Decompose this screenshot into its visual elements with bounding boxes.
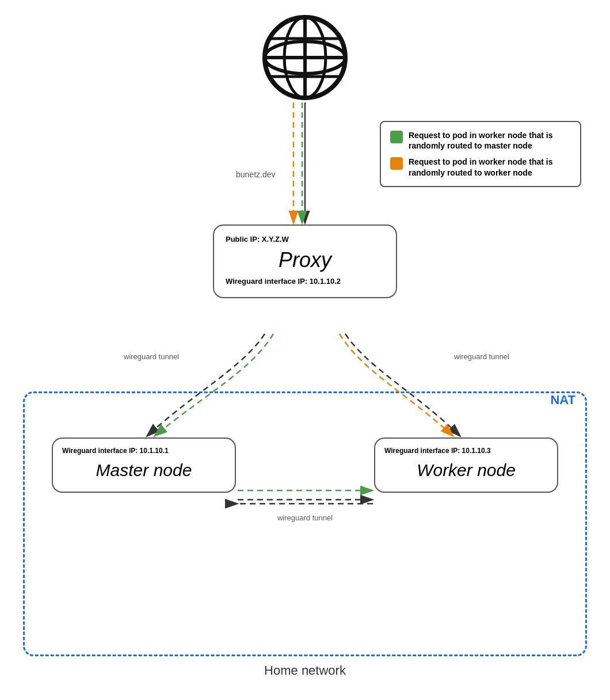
proxy-public-ip: Public IP: X.Y.Z.W <box>226 235 384 244</box>
nat-label: NAT <box>550 393 575 408</box>
bunetz-label: bunetz.dev <box>236 170 276 179</box>
master-title: Master node <box>62 461 226 480</box>
worker-node: Wireguard interface IP: 10.1.10.3 Worker… <box>374 438 558 493</box>
worker-title: Worker node <box>384 461 548 480</box>
proxy-title: Proxy <box>226 248 384 272</box>
legend-color-orange <box>390 157 403 170</box>
legend-text-green: Request to pod in worker node that is ra… <box>409 130 571 151</box>
wg-tunnel-label-middle: wireguard tunnel <box>277 513 333 522</box>
wg-tunnel-label-right: wireguard tunnel <box>454 352 509 361</box>
worker-wg-ip: Wireguard interface IP: 10.1.10.3 <box>384 447 548 455</box>
legend-box: Request to pod in worker node that is ra… <box>380 121 581 187</box>
legend-item-green: Request to pod in worker node that is ra… <box>390 130 571 151</box>
legend-text-orange: Request to pod in worker node that is ra… <box>409 157 571 177</box>
globe-icon <box>259 12 351 104</box>
home-network-label: Home network <box>264 663 346 678</box>
wg-tunnel-label-left: wireguard tunnel <box>124 352 179 361</box>
proxy-node: Public IP: X.Y.Z.W Proxy Wireguard inter… <box>213 225 397 298</box>
diagram-container: Request to pod in worker node that is ra… <box>0 0 610 700</box>
legend-color-green <box>390 131 403 143</box>
master-node: Wireguard interface IP: 10.1.10.1 Master… <box>52 438 236 493</box>
legend-item-orange: Request to pod in worker node that is ra… <box>390 157 571 177</box>
proxy-wg-ip: Wireguard interface IP: 10.1.10.2 <box>226 277 384 286</box>
nat-boundary <box>23 391 587 656</box>
master-wg-ip: Wireguard interface IP: 10.1.10.1 <box>62 447 226 455</box>
